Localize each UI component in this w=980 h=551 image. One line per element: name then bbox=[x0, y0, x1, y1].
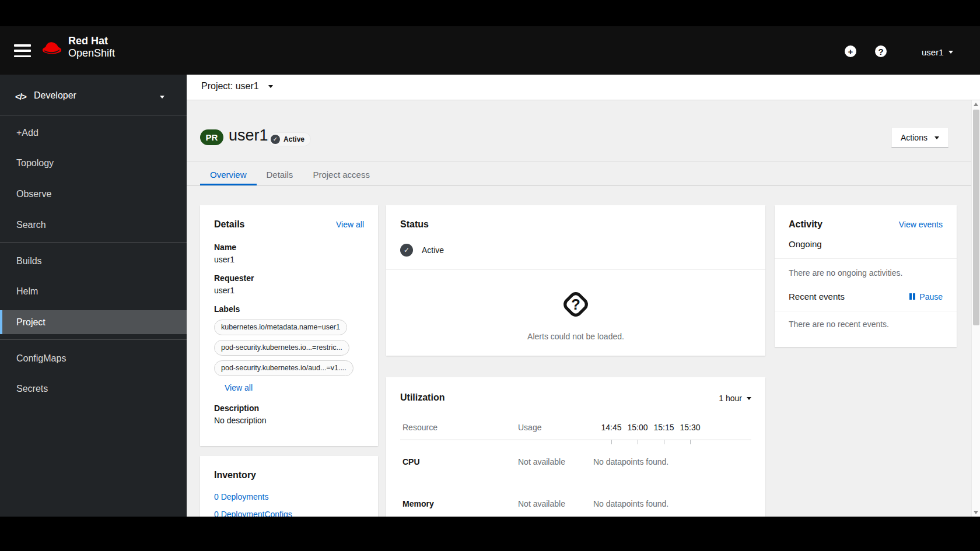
usage-column-header: Usage bbox=[518, 423, 541, 432]
help-circle-icon[interactable]: ? bbox=[875, 45, 887, 57]
check-circle-icon: ✓ bbox=[400, 244, 413, 257]
divider bbox=[187, 162, 980, 162]
perspective-switcher[interactable]: Developer bbox=[0, 89, 187, 106]
name-value: user1 bbox=[214, 255, 364, 264]
sidebar-item-configmaps[interactable]: ConfigMaps bbox=[0, 347, 187, 370]
utilization-card: Utilization 1 hour Resource Usage 14:45 … bbox=[386, 377, 765, 517]
masthead: Red Hat OpenShift + ? user1 bbox=[0, 26, 980, 75]
memory-usage-value: Not available bbox=[518, 499, 565, 508]
menu-toggle-icon[interactable] bbox=[14, 44, 31, 57]
divider bbox=[187, 185, 980, 186]
sidebar-item-project[interactable]: Project bbox=[0, 310, 187, 334]
details-card: Details View all Name user1 Requester us… bbox=[200, 205, 378, 446]
utilization-card-title: Utilization bbox=[400, 392, 444, 403]
memory-sparkline-empty: No datapoints found. bbox=[593, 499, 668, 508]
deploymentconfigs-link[interactable]: 0 DeploymentConfigs bbox=[214, 510, 364, 517]
chevron-down-icon bbox=[160, 96, 164, 99]
sidebar-item-search[interactable]: Search bbox=[0, 213, 187, 237]
chevron-down-icon bbox=[949, 51, 953, 54]
memory-resource-label: Memory bbox=[402, 499, 434, 508]
screen: Red Hat OpenShift + ? user1 Developer +A… bbox=[0, 0, 980, 551]
details-view-all-link[interactable]: View all bbox=[336, 220, 364, 229]
labels-label: Labels bbox=[214, 304, 364, 314]
sidebar-item-secrets[interactable]: Secrets bbox=[0, 377, 187, 401]
brand-line1: Red Hat bbox=[68, 35, 115, 47]
alerts-message: Alerts could not be loaded. bbox=[400, 332, 751, 341]
inventory-card-title: Inventory bbox=[214, 470, 256, 480]
red-hat-fedora-icon bbox=[41, 38, 63, 56]
code-icon bbox=[15, 92, 26, 101]
tab-overview[interactable]: Overview bbox=[200, 165, 257, 185]
scrollbar-thumb[interactable] bbox=[973, 110, 979, 325]
label-chip: kubernetes.io/metadata.name=user1 bbox=[214, 320, 347, 335]
perspective-label: Developer bbox=[34, 90, 76, 101]
cpu-sparkline-empty: No datapoints found. bbox=[593, 457, 668, 466]
requester-label: Requester bbox=[214, 273, 364, 283]
cpu-usage-value: Not available bbox=[518, 457, 565, 466]
duration-dropdown[interactable]: 1 hour bbox=[719, 394, 751, 403]
alerts-empty-state: ? Alerts could not be loaded. bbox=[400, 270, 751, 341]
tab-project-access[interactable]: Project access bbox=[303, 165, 380, 185]
pause-button-label: Pause bbox=[919, 292, 943, 301]
time-tick-label: 15:15 bbox=[650, 423, 677, 432]
svg-text:?: ? bbox=[571, 296, 580, 313]
time-tick-label: 15:00 bbox=[624, 423, 651, 432]
axis-tick bbox=[664, 440, 664, 444]
activity-card-title: Activity bbox=[789, 219, 822, 230]
activity-card: Activity View events Ongoing There are n… bbox=[775, 205, 957, 347]
duration-dropdown-label: 1 hour bbox=[719, 394, 742, 403]
divider bbox=[400, 440, 751, 440]
label-chips: kubernetes.io/metadata.name=user1 pod-se… bbox=[214, 320, 364, 376]
user-menu-label: user1 bbox=[922, 47, 944, 57]
brand-logo[interactable]: Red Hat OpenShift bbox=[41, 35, 115, 59]
status-card-title: Status bbox=[400, 219, 429, 229]
project-selector[interactable]: Project: user1 bbox=[201, 81, 273, 92]
deployments-link[interactable]: 0 Deployments bbox=[214, 492, 364, 501]
name-label: Name bbox=[214, 243, 364, 252]
unknown-status-icon: ? bbox=[559, 287, 593, 321]
requester-value: user1 bbox=[214, 286, 364, 295]
resource-column-header: Resource bbox=[402, 423, 438, 432]
time-tick-label: 14:45 bbox=[598, 423, 625, 432]
sidebar-item-add[interactable]: +Add bbox=[0, 121, 187, 145]
chevron-down-icon bbox=[268, 85, 273, 88]
scroll-down-arrow-icon[interactable] bbox=[974, 511, 978, 514]
inventory-card: Inventory 0 Deployments 0 DeploymentConf… bbox=[200, 456, 378, 517]
divider bbox=[775, 311, 957, 311]
scrollbar[interactable] bbox=[971, 100, 980, 517]
recent-events-label: Recent events bbox=[789, 292, 845, 301]
axis-tick bbox=[638, 440, 638, 444]
actions-dropdown-label: Actions bbox=[901, 133, 928, 142]
ongoing-label: Ongoing bbox=[789, 239, 943, 249]
project-selector-label: Project: user1 bbox=[201, 81, 259, 92]
project-status-text: Active bbox=[422, 245, 444, 255]
description-label: Description bbox=[214, 403, 364, 413]
details-card-title: Details bbox=[214, 219, 244, 230]
actions-dropdown[interactable]: Actions bbox=[891, 127, 949, 148]
check-circle-icon: ✓ bbox=[271, 135, 280, 144]
view-events-link[interactable]: View events bbox=[899, 220, 943, 229]
label-chip: pod-security.kubernetes.io...=restric... bbox=[214, 340, 349, 356]
chevron-down-icon bbox=[747, 397, 751, 400]
brand-line2: OpenShift bbox=[68, 47, 115, 59]
add-circle-icon[interactable]: + bbox=[845, 45, 856, 57]
sidebar-item-helm[interactable]: Helm bbox=[0, 280, 187, 303]
recent-events-empty-text: There are no recent events. bbox=[789, 320, 943, 329]
divider bbox=[0, 115, 187, 115]
tab-details[interactable]: Details bbox=[257, 165, 303, 185]
tabs: Overview Details Project access bbox=[200, 165, 380, 185]
divider bbox=[0, 242, 187, 243]
chevron-down-icon bbox=[935, 136, 939, 139]
project-resource-badge: PR bbox=[200, 129, 223, 145]
pause-button[interactable]: Pause bbox=[909, 292, 943, 301]
user-menu[interactable]: user1 bbox=[922, 47, 953, 57]
divider bbox=[775, 258, 957, 259]
sidebar-item-builds[interactable]: Builds bbox=[0, 250, 187, 273]
page-title: user1 bbox=[229, 127, 268, 145]
status-badge: ✓ Active bbox=[268, 132, 311, 146]
labels-view-all-link[interactable]: View all bbox=[225, 383, 253, 392]
scroll-up-arrow-icon[interactable] bbox=[974, 103, 978, 106]
sidebar-item-observe[interactable]: Observe bbox=[0, 183, 187, 206]
sidebar-item-topology[interactable]: Topology bbox=[0, 152, 187, 175]
ongoing-empty-text: There are no ongoing activities. bbox=[789, 268, 943, 278]
